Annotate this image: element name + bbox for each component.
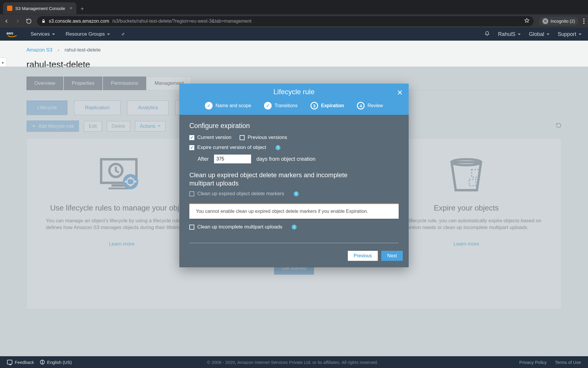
configure-expiration-title: Configure expiration xyxy=(189,122,399,130)
breadcrumb-root[interactable]: Amazon S3 xyxy=(26,47,52,53)
browser-tab-title: S3 Management Console xyxy=(15,6,65,11)
aws-favicon xyxy=(7,6,12,11)
incognito-label: Incognito (2) xyxy=(551,19,575,24)
globe-icon xyxy=(40,360,45,364)
language-selector[interactable]: English (US) xyxy=(40,360,72,365)
checkbox-previous-versions[interactable]: Previous versions xyxy=(240,135,287,140)
wizard-step-2-label: Transitions xyxy=(275,103,298,108)
modal-overlay: Lifecycle rule Name and scope Transition… xyxy=(0,67,588,356)
step-check-icon xyxy=(205,102,213,110)
nav-region-label: Global xyxy=(529,31,544,37)
checkbox-icon xyxy=(189,191,194,196)
url-host: s3.console.aws.amazon.com xyxy=(49,19,109,24)
chevron-down-icon xyxy=(579,34,582,35)
checkbox-cleanup-markers-label: Clean up expired object delete markers xyxy=(197,191,284,197)
chevron-down-icon xyxy=(52,34,55,35)
checkbox-icon xyxy=(240,135,245,140)
checkbox-icon xyxy=(189,225,194,230)
browser-menu-icon[interactable] xyxy=(583,19,584,24)
terms-of-use-link[interactable]: Terms of Use xyxy=(555,360,581,365)
notifications-icon[interactable] xyxy=(485,31,490,38)
info-icon[interactable]: i xyxy=(275,145,280,150)
svg-text:aws: aws xyxy=(6,31,13,35)
nav-resource-groups-label: Resource Groups xyxy=(66,31,105,37)
modal-divider xyxy=(189,243,399,243)
browser-toolbar: s3.console.aws.amazon.com/s3/buckets/rah… xyxy=(0,14,588,28)
modal-wizard-steps: Name and scope Transitions 3 Expiration … xyxy=(186,101,402,115)
lifecycle-rule-modal: Lifecycle rule Name and scope Transition… xyxy=(179,84,409,267)
checkbox-expire-current[interactable]: Expire current version of object xyxy=(189,145,266,150)
nav-region-menu[interactable]: Global xyxy=(529,31,549,37)
chevron-down-icon xyxy=(547,34,549,35)
modal-title: Lifecycle rule xyxy=(186,88,402,101)
breadcrumb-separator-icon: › xyxy=(58,47,59,53)
address-bar[interactable]: s3.console.aws.amazon.com/s3/buckets/rah… xyxy=(37,16,534,26)
wizard-step-1-label: Name and scope xyxy=(216,103,251,108)
incognito-icon xyxy=(542,18,548,24)
browser-tabstrip: S3 Management Console × + xyxy=(0,0,588,14)
tab-close-icon[interactable]: × xyxy=(70,6,72,11)
next-button[interactable]: Next xyxy=(381,251,403,261)
svg-point-0 xyxy=(544,21,545,22)
new-tab-button[interactable]: + xyxy=(76,6,88,14)
bookmark-star-icon[interactable] xyxy=(524,18,529,24)
checkbox-cleanup-multipart[interactable]: Clean up incomplete multipart uploads xyxy=(189,224,282,230)
nav-resource-groups[interactable]: Resource Groups xyxy=(66,31,110,37)
after-label: After xyxy=(198,156,209,162)
checkbox-cleanup-markers: Clean up expired object delete markers xyxy=(189,191,284,197)
aws-navbar: aws Services Resource Groups RahulS Glob… xyxy=(0,28,588,41)
modal-header: Lifecycle rule Name and scope Transition… xyxy=(179,84,409,115)
checkbox-current-version[interactable]: Current version xyxy=(189,135,231,140)
nav-back-icon[interactable] xyxy=(4,18,9,24)
modal-close-icon[interactable] xyxy=(396,88,404,97)
browser-tab-active[interactable]: S3 Management Console × xyxy=(3,2,76,14)
svg-point-1 xyxy=(545,21,547,22)
incognito-indicator[interactable]: Incognito (2) xyxy=(539,17,579,26)
nav-user-label: RahulS xyxy=(498,31,515,37)
feedback-link[interactable]: Feedback xyxy=(7,360,34,365)
nav-user-menu[interactable]: RahulS xyxy=(498,31,521,37)
nav-forward-icon[interactable] xyxy=(15,18,21,24)
language-label: English (US) xyxy=(47,360,72,365)
wizard-step-expiration[interactable]: 3 Expiration xyxy=(310,102,344,110)
modal-body: Configure expiration Current version Pre… xyxy=(179,115,409,251)
info-icon[interactable]: i xyxy=(294,191,299,196)
wizard-step-name-scope[interactable]: Name and scope xyxy=(205,102,251,110)
chevron-down-icon xyxy=(107,34,110,35)
lock-icon xyxy=(41,19,46,24)
speech-bubble-icon xyxy=(7,360,12,364)
step-check-icon xyxy=(264,102,272,110)
checkbox-expire-current-label: Expire current version of object xyxy=(197,145,266,150)
step-number-icon: 4 xyxy=(357,102,365,110)
days-input[interactable] xyxy=(214,155,251,163)
nav-support-menu[interactable]: Support xyxy=(558,31,582,37)
breadcrumb: Amazon S3 › rahul-test-delete xyxy=(0,41,588,54)
days-suffix-label: days from object creation xyxy=(256,156,315,162)
nav-support-label: Support xyxy=(558,31,576,37)
wizard-step-4-label: Review xyxy=(368,103,383,108)
side-panel-flyout[interactable]: ▸ xyxy=(0,58,6,67)
wizard-step-transitions[interactable]: Transitions xyxy=(264,102,298,110)
footer-copyright: © 2008 - 2020, Amazon Internet Services … xyxy=(207,360,378,365)
checkbox-icon xyxy=(189,135,194,140)
info-icon[interactable]: i xyxy=(292,225,297,230)
warning-banner: You cannot enable clean up expired objec… xyxy=(189,203,399,219)
checkbox-cleanup-multipart-label: Clean up incomplete multipart uploads xyxy=(197,224,282,230)
url-path: /s3/buckets/rahul-test-delete/?region=eu… xyxy=(112,19,251,24)
nav-pin-icon[interactable] xyxy=(121,31,125,37)
previous-button[interactable]: Previous xyxy=(348,251,378,261)
nav-reload-icon[interactable] xyxy=(26,18,32,24)
step-number-icon: 3 xyxy=(310,102,318,110)
aws-footer: Feedback English (US) © 2008 - 2020, Ama… xyxy=(0,356,588,368)
aws-logo[interactable]: aws xyxy=(6,31,20,38)
privacy-policy-link[interactable]: Privacy Policy xyxy=(519,360,547,365)
nav-services[interactable]: Services xyxy=(31,31,55,37)
feedback-label: Feedback xyxy=(15,360,34,365)
breadcrumb-current: rahul-test-delete xyxy=(65,47,101,53)
chevron-down-icon xyxy=(518,34,521,35)
wizard-step-review[interactable]: 4 Review xyxy=(357,102,383,110)
wizard-step-3-label: Expiration xyxy=(321,103,344,108)
nav-services-label: Services xyxy=(31,31,50,37)
checkbox-previous-versions-label: Previous versions xyxy=(248,135,287,140)
modal-footer: Previous Next xyxy=(179,251,409,267)
